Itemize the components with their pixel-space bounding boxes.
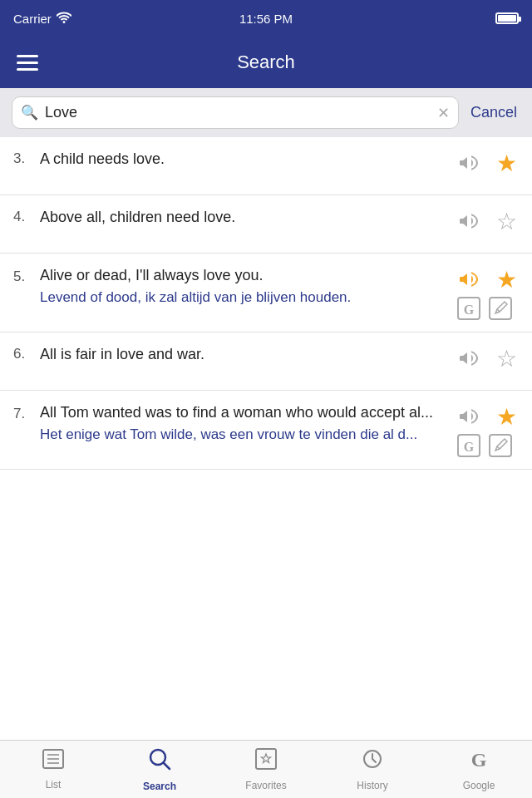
svg-line-11 [164, 763, 170, 770]
item-number: 6. [13, 344, 32, 362]
sound-button[interactable] [457, 268, 485, 291]
tab-bar: List Search Favorites History [0, 740, 532, 798]
item-number: 3. [13, 149, 32, 167]
search-input-wrap: 🔍 ✕ [12, 96, 459, 129]
list-item: 4. Above all, children need love. ☆ [0, 195, 532, 254]
list-item: 5. Alive or dead, I'll always love you. … [0, 254, 532, 332]
clear-button[interactable]: ✕ [437, 106, 450, 121]
item-number: 5. [13, 265, 32, 285]
google-translate-button[interactable]: G [457, 434, 480, 457]
item-actions: ★ G [457, 402, 519, 457]
list-item: 3. A child needs love. ★ [0, 137, 532, 195]
list-item: 7. All Tom wanted was to find a woman wh… [0, 391, 532, 470]
page-title: Search [237, 52, 295, 73]
search-bar: 🔍 ✕ Cancel [0, 88, 532, 137]
tab-list[interactable]: List [0, 741, 106, 798]
item-content: All is fair in love and war. [40, 344, 449, 364]
cancel-button[interactable]: Cancel [467, 104, 520, 121]
tab-search[interactable]: Search [106, 741, 213, 798]
tab-favorites-label: Favorites [245, 780, 286, 791]
wifi-icon [57, 12, 71, 26]
tab-favorites[interactable]: Favorites [213, 741, 319, 798]
svg-text:G: G [464, 440, 475, 454]
item-text-en: Alive or dead, I'll always love you. [40, 265, 449, 285]
favorite-button[interactable]: ☆ [494, 209, 519, 234]
item-content: A child needs love. [40, 149, 449, 169]
list-item: 6. All is fair in love and war. ☆ [0, 332, 532, 391]
item-number: 7. [13, 402, 32, 422]
tab-google-label: Google [463, 780, 495, 791]
carrier-label: Carrier [13, 12, 52, 26]
item-text-nl: Levend of dood, ik zal altijd van je bli… [40, 288, 449, 308]
sound-button[interactable] [457, 209, 485, 233]
search-icon [147, 746, 172, 777]
sound-button[interactable] [457, 347, 485, 370]
item-text-nl: Het enige wat Tom wilde, was een vrouw t… [40, 426, 449, 445]
search-icon: 🔍 [21, 104, 38, 121]
tab-search-label: Search [143, 781, 176, 792]
svg-text:G: G [464, 303, 475, 317]
favorite-button[interactable]: ☆ [494, 346, 519, 371]
item-text-en: A child needs love. [40, 149, 449, 169]
svg-rect-12 [256, 749, 276, 769]
item-text-en: Above all, children need love. [40, 207, 449, 227]
battery-icon [495, 12, 519, 24]
item-text-en: All is fair in love and war. [40, 344, 449, 364]
svg-rect-2 [490, 298, 511, 319]
favorite-button[interactable]: ★ [494, 267, 519, 292]
header: Search [0, 37, 532, 88]
favorite-button[interactable]: ★ [494, 404, 519, 429]
svg-text:G: G [471, 749, 487, 771]
google-icon: G [467, 747, 490, 776]
favorite-button[interactable]: ★ [494, 150, 519, 175]
tab-list-label: List [46, 779, 62, 791]
item-number: 4. [13, 207, 32, 225]
item-content: Above all, children need love. [40, 207, 449, 227]
item-content: All Tom wanted was to find a woman who w… [40, 402, 449, 445]
search-input[interactable] [45, 104, 431, 121]
item-content: Alive or dead, I'll always love you. Lev… [40, 265, 449, 308]
google-translate-button[interactable]: G [457, 297, 480, 320]
item-actions: ☆ [457, 207, 519, 234]
item-actions: ★ G [457, 265, 519, 320]
time-label: 11:56 PM [239, 12, 293, 26]
menu-button[interactable] [17, 55, 38, 71]
item-actions: ☆ [457, 344, 519, 371]
tab-google[interactable]: G Google [426, 741, 532, 798]
tab-history-label: History [357, 780, 387, 791]
svg-rect-5 [490, 435, 511, 456]
favorites-icon [254, 747, 278, 776]
status-bar: Carrier 11:56 PM [0, 0, 532, 37]
item-actions: ★ [457, 149, 519, 175]
list-icon [42, 748, 65, 776]
results-list: 3. A child needs love. ★ 4. Above all, c… [0, 137, 532, 739]
edit-button[interactable] [489, 434, 512, 457]
sound-button[interactable] [457, 151, 485, 175]
tab-history[interactable]: History [319, 741, 426, 798]
item-text-en: All Tom wanted was to find a woman who w… [40, 402, 449, 422]
sound-button[interactable] [457, 405, 485, 428]
history-icon [361, 747, 384, 776]
edit-button[interactable] [489, 297, 512, 320]
